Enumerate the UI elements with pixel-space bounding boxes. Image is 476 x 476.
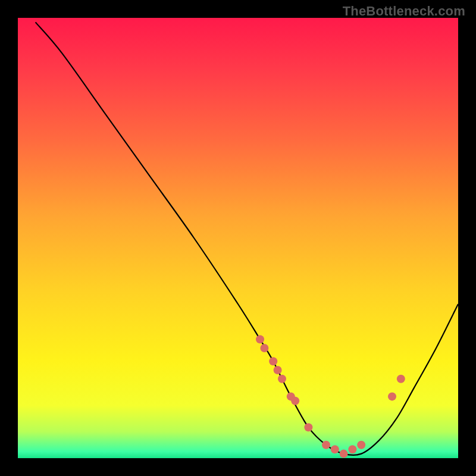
curve-marker: [340, 450, 348, 458]
curve-marker: [331, 445, 339, 453]
curve-path: [36, 22, 458, 455]
bottleneck-curve: [18, 18, 458, 458]
plot-area: [18, 18, 458, 458]
curve-marker: [291, 397, 299, 405]
curve-marker: [274, 366, 282, 374]
curve-marker: [256, 335, 264, 343]
curve-marker: [348, 445, 356, 453]
curve-marker: [322, 441, 330, 449]
curve-marker: [278, 375, 286, 383]
curve-markers: [256, 335, 405, 458]
watermark-text: TheBottleneck.com: [343, 4, 465, 19]
curve-marker: [260, 344, 268, 352]
curve-marker: [304, 423, 312, 431]
curve-marker: [397, 375, 405, 383]
curve-marker: [388, 392, 396, 400]
curve-marker: [357, 441, 365, 449]
curve-marker: [269, 357, 277, 365]
